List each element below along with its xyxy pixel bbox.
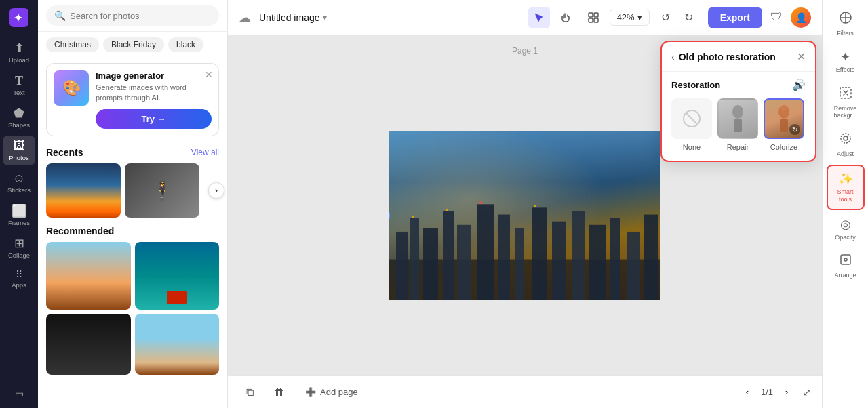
page-indicator: 1/1 <box>761 387 773 397</box>
undo-redo-group: ↺ ↻ <box>655 7 700 28</box>
restoration-option-none[interactable]: None <box>671 98 712 151</box>
collage-icon: ⊞ <box>14 237 24 249</box>
opacity-tool[interactable]: ◎ Opacity <box>827 211 865 247</box>
next-page-button[interactable]: › <box>778 384 795 401</box>
more-icon: ▭ <box>15 389 24 399</box>
remove-bg-tool[interactable]: Remove backgr... <box>827 81 865 125</box>
panel-header: ‹ Old photo restoration ✕ <box>662 42 815 72</box>
smart-tools-icon: ✨ <box>838 171 853 186</box>
app-logo[interactable]: ✦ <box>7 5 31 30</box>
svg-point-25 <box>534 205 536 207</box>
sidebar-item-photos[interactable]: 🖼 Photos <box>3 136 35 165</box>
recommended-item-4[interactable] <box>135 314 220 375</box>
recent-item-city[interactable] <box>46 163 121 218</box>
restoration-none-thumb <box>671 98 712 139</box>
image-generator-thumbnail: 🎨 <box>54 70 89 106</box>
svg-rect-20 <box>627 231 640 300</box>
undo-button[interactable]: ↺ <box>655 7 677 28</box>
recommended-item-2[interactable] <box>135 242 220 310</box>
sidebar-item-stickers[interactable]: ☺ Stickers <box>3 168 35 198</box>
svg-rect-10 <box>443 211 454 300</box>
sidebar-item-more[interactable]: ▭ <box>3 385 35 403</box>
add-page-icon: ➕ <box>305 387 316 397</box>
prev-page-button[interactable]: ‹ <box>739 384 755 401</box>
hand-tool-button[interactable] <box>555 7 577 28</box>
arrange-icon <box>839 253 852 270</box>
recommended-item-1[interactable] <box>46 242 131 310</box>
smart-tools-tool[interactable]: ✨ Smart tools <box>827 165 865 210</box>
sidebar-item-text[interactable]: T Text <box>3 70 35 100</box>
image-generator-close-button[interactable]: ✕ <box>205 69 213 80</box>
svg-point-35 <box>844 258 847 261</box>
tag-blackfriday[interactable]: Black Friday <box>103 37 164 52</box>
bottom-bar: ⧉ 🗑 ➕ Add page ‹ 1/1 › ⤢ <box>228 375 822 408</box>
expand-button[interactable]: ⤢ <box>803 387 811 398</box>
restoration-option-repair[interactable]: Repair <box>717 98 758 151</box>
opacity-icon: ◎ <box>840 217 851 232</box>
view-all-button[interactable]: View all <box>191 148 219 157</box>
sidebar-item-apps[interactable]: ⠿ Apps <box>3 266 35 293</box>
panel-back-button[interactable]: ‹ <box>671 52 675 62</box>
svg-rect-15 <box>532 207 547 300</box>
svg-rect-36 <box>841 255 850 264</box>
recent-item-person[interactable]: 🕴 <box>125 163 199 218</box>
svg-rect-4 <box>589 18 593 22</box>
svg-rect-16 <box>552 221 566 300</box>
recommended-item-3[interactable] <box>46 314 131 375</box>
delete-page-button[interactable]: 🗑 <box>269 382 290 403</box>
canvas-image[interactable]: ••• ↺ <box>389 131 660 300</box>
panel-title: Old photo restoration <box>679 52 793 62</box>
effects-tool[interactable]: ✦ Effects <box>827 44 865 79</box>
svg-point-22 <box>412 216 414 218</box>
svg-point-41 <box>735 106 741 111</box>
image-generator-try-button[interactable]: Try → <box>96 109 212 129</box>
restoration-option-colorize[interactable]: ↻ Colorize <box>764 98 804 151</box>
search-box[interactable]: 🔍 <box>46 5 219 26</box>
redo-button[interactable]: ↻ <box>678 7 700 28</box>
document-title-chevron[interactable]: ▾ <box>323 13 327 22</box>
svg-rect-40 <box>734 119 742 132</box>
tags-row: Christmas Black Friday black <box>38 32 227 58</box>
panel-close-button[interactable]: ✕ <box>797 50 806 63</box>
svg-rect-8 <box>410 218 419 300</box>
duplicate-page-button[interactable]: ⧉ <box>239 382 260 403</box>
filters-tool[interactable]: Filters <box>827 5 865 43</box>
arrange-tool[interactable]: Arrange <box>827 247 865 285</box>
tag-christmas[interactable]: Christmas <box>46 37 99 52</box>
recents-scroll-arrow[interactable]: › <box>208 182 224 199</box>
restoration-options: None Repair ↻ Colorize <box>662 96 815 161</box>
photos-icon: 🖼 <box>13 140 25 152</box>
restoration-panel: ‹ Old photo restoration ✕ Restoration 🔊 … <box>660 41 816 162</box>
recommended-grid <box>38 239 227 378</box>
svg-rect-2 <box>589 13 593 17</box>
image-generator-banner: 🎨 Image generator Generate images with w… <box>46 63 219 136</box>
svg-point-34 <box>841 134 850 143</box>
search-input[interactable] <box>70 11 211 21</box>
zoom-button[interactable]: 42% ▾ <box>610 9 650 26</box>
grid-tool-button[interactable] <box>583 7 604 28</box>
sidebar-item-upload[interactable]: ⬆ Upload <box>3 38 35 68</box>
tag-black[interactable]: black <box>168 37 203 52</box>
adjust-tool[interactable]: Adjust <box>827 126 865 163</box>
add-page-button[interactable]: ➕ Add page <box>298 383 365 401</box>
svg-rect-7 <box>396 231 408 300</box>
shield-icon[interactable]: 🛡 <box>770 10 783 24</box>
sidebar-item-collage[interactable]: ⊞ Collage <box>3 233 35 263</box>
recents-title: Recents <box>46 147 83 158</box>
export-button[interactable]: Export <box>708 7 762 28</box>
user-avatar[interactable]: 👤 <box>791 7 811 28</box>
adjust-icon <box>839 131 852 148</box>
select-tool-button[interactable] <box>528 7 550 28</box>
svg-rect-11 <box>457 224 471 300</box>
sidebar-item-shapes[interactable]: ⬟ Shapes <box>3 103 35 133</box>
sidebar-item-frames[interactable]: ⬜ Frames <box>3 201 35 230</box>
restoration-repair-thumb <box>717 98 758 139</box>
left-toolbar: ✦ ⬆ Upload T Text ⬟ Shapes 🖼 Photos ☺ St… <box>0 0 38 408</box>
svg-rect-17 <box>572 211 585 300</box>
svg-rect-19 <box>610 218 620 300</box>
canvas-page[interactable]: ••• ↺ <box>389 131 660 300</box>
document-title-group: Untitled image ▾ <box>259 12 327 23</box>
recents-row: 🕴 › <box>38 161 227 220</box>
recommended-header: Recommended <box>38 220 227 239</box>
restoration-repair-label: Repair <box>727 143 749 151</box>
